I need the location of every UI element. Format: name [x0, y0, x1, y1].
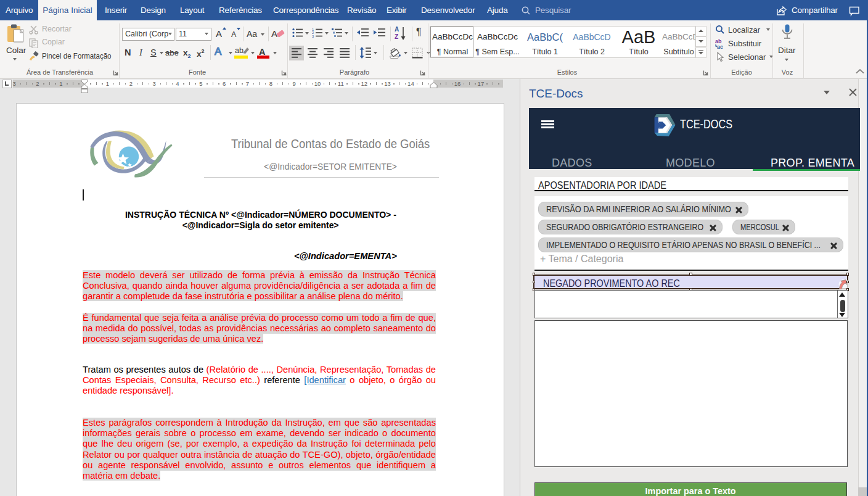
svg-text:A: A	[395, 26, 399, 33]
svg-text:ac: ac	[717, 44, 723, 49]
svg-text:A: A	[271, 28, 277, 39]
svg-text:3: 3	[312, 35, 314, 38]
svg-text:Z: Z	[395, 33, 398, 40]
